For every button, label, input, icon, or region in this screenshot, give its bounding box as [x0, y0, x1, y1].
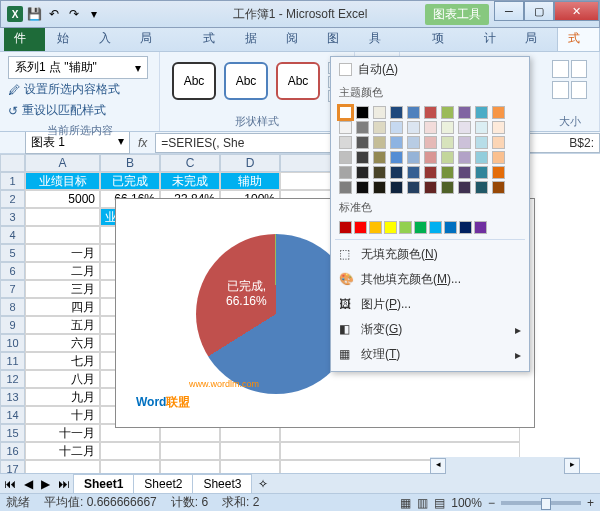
theme-swatch[interactable] [356, 136, 369, 149]
row-header[interactable]: 13 [0, 388, 25, 406]
row-header[interactable]: 4 [0, 226, 25, 244]
cell[interactable]: 5000 [25, 190, 100, 208]
row-header[interactable]: 3 [0, 208, 25, 226]
theme-swatch[interactable] [458, 106, 471, 119]
format-selection-button[interactable]: 🖉设置所选内容格式 [8, 79, 151, 100]
no-fill-item[interactable]: ⬚无填充颜色(N) [331, 242, 529, 267]
cell[interactable] [25, 208, 100, 226]
theme-swatch[interactable] [424, 106, 437, 119]
cell[interactable]: 九月 [25, 388, 100, 406]
cell[interactable]: 已完成 [100, 172, 160, 190]
cell[interactable] [100, 442, 160, 460]
view-normal-icon[interactable]: ▦ [400, 496, 411, 510]
theme-swatch[interactable] [390, 136, 403, 149]
picture-fill-item[interactable]: 🖼图片(P)... [331, 292, 529, 317]
theme-swatch[interactable] [339, 136, 352, 149]
theme-swatch[interactable] [339, 151, 352, 164]
row-header[interactable]: 1 [0, 172, 25, 190]
col-header-A[interactable]: A [25, 154, 100, 172]
standard-swatch[interactable] [369, 221, 382, 234]
theme-swatch[interactable] [441, 136, 454, 149]
zoom-in-button[interactable]: + [587, 496, 594, 510]
cell[interactable]: 未完成 [160, 172, 220, 190]
theme-swatch[interactable] [424, 151, 437, 164]
row-header[interactable]: 2 [0, 190, 25, 208]
minimize-button[interactable]: ─ [494, 1, 524, 21]
cell[interactable] [160, 442, 220, 460]
standard-swatch[interactable] [459, 221, 472, 234]
theme-swatch[interactable] [458, 151, 471, 164]
cell[interactable]: 二月 [25, 262, 100, 280]
qat-dropdown-icon[interactable]: ▾ [85, 5, 103, 23]
theme-swatch[interactable] [407, 151, 420, 164]
theme-swatch[interactable] [373, 181, 386, 194]
row-header[interactable]: 12 [0, 370, 25, 388]
tab-nav-next[interactable]: ▶ [37, 477, 54, 491]
theme-swatch[interactable] [441, 121, 454, 134]
select-all-corner[interactable] [0, 154, 25, 172]
cell[interactable] [220, 442, 280, 460]
theme-swatch[interactable] [356, 166, 369, 179]
theme-swatch[interactable] [441, 166, 454, 179]
theme-swatch[interactable] [356, 181, 369, 194]
theme-swatch[interactable] [492, 121, 505, 134]
theme-swatch[interactable] [424, 121, 437, 134]
maximize-button[interactable]: ▢ [524, 1, 554, 21]
row-header[interactable]: 6 [0, 262, 25, 280]
theme-swatch[interactable] [373, 151, 386, 164]
cell[interactable]: 十二月 [25, 442, 100, 460]
row-header[interactable]: 7 [0, 280, 25, 298]
theme-swatch[interactable] [407, 136, 420, 149]
cell[interactable]: 五月 [25, 316, 100, 334]
standard-swatch[interactable] [384, 221, 397, 234]
theme-swatch[interactable] [339, 181, 352, 194]
theme-swatch[interactable] [407, 181, 420, 194]
gradient-fill-item[interactable]: ◧渐变(G)▸ [331, 317, 529, 342]
sheet-tab-3[interactable]: Sheet3 [192, 474, 252, 494]
theme-swatch[interactable] [373, 106, 386, 119]
new-sheet-button[interactable]: ✧ [252, 477, 274, 491]
cell[interactable]: 一月 [25, 244, 100, 262]
close-button[interactable]: ✕ [554, 1, 599, 21]
cell[interactable]: 十一月 [25, 424, 100, 442]
theme-swatch[interactable] [475, 151, 488, 164]
theme-swatch[interactable] [339, 121, 352, 134]
col-header-B[interactable]: B [100, 154, 160, 172]
shape-style-1[interactable]: Abc [172, 62, 216, 100]
tab-nav-last[interactable]: ⏭ [54, 477, 74, 491]
theme-swatch[interactable] [390, 106, 403, 119]
standard-swatch[interactable] [474, 221, 487, 234]
row-header[interactable]: 10 [0, 334, 25, 352]
shape-style-3[interactable]: Abc [276, 62, 320, 100]
theme-swatch[interactable] [424, 181, 437, 194]
theme-swatch[interactable] [407, 121, 420, 134]
cell[interactable]: 四月 [25, 298, 100, 316]
theme-swatch[interactable] [407, 166, 420, 179]
theme-swatch[interactable] [339, 166, 352, 179]
sheet-tab-1[interactable]: Sheet1 [73, 474, 134, 494]
view-layout-icon[interactable]: ▥ [417, 496, 428, 510]
cell[interactable] [25, 226, 100, 244]
more-colors-item[interactable]: 🎨其他填充颜色(M)... [331, 267, 529, 292]
theme-swatch[interactable] [390, 181, 403, 194]
shape-style-2[interactable]: Abc [224, 62, 268, 100]
tab-nav-prev[interactable]: ◀ [20, 477, 37, 491]
theme-swatch[interactable] [356, 106, 369, 119]
row-header[interactable]: 15 [0, 424, 25, 442]
cell[interactable]: 辅助 [220, 172, 280, 190]
theme-swatch[interactable] [356, 121, 369, 134]
save-icon[interactable]: 💾 [25, 5, 43, 23]
cell[interactable]: 三月 [25, 280, 100, 298]
col-header-C[interactable]: C [160, 154, 220, 172]
sheet-tab-2[interactable]: Sheet2 [133, 474, 193, 494]
theme-swatch[interactable] [458, 121, 471, 134]
row-header[interactable]: 11 [0, 352, 25, 370]
theme-swatch[interactable] [475, 121, 488, 134]
theme-swatch[interactable] [458, 166, 471, 179]
col-header-D[interactable]: D [220, 154, 280, 172]
theme-swatch[interactable] [475, 136, 488, 149]
theme-swatch[interactable] [475, 166, 488, 179]
redo-icon[interactable]: ↷ [65, 5, 83, 23]
row-header[interactable]: 16 [0, 442, 25, 460]
cell[interactable]: 八月 [25, 370, 100, 388]
